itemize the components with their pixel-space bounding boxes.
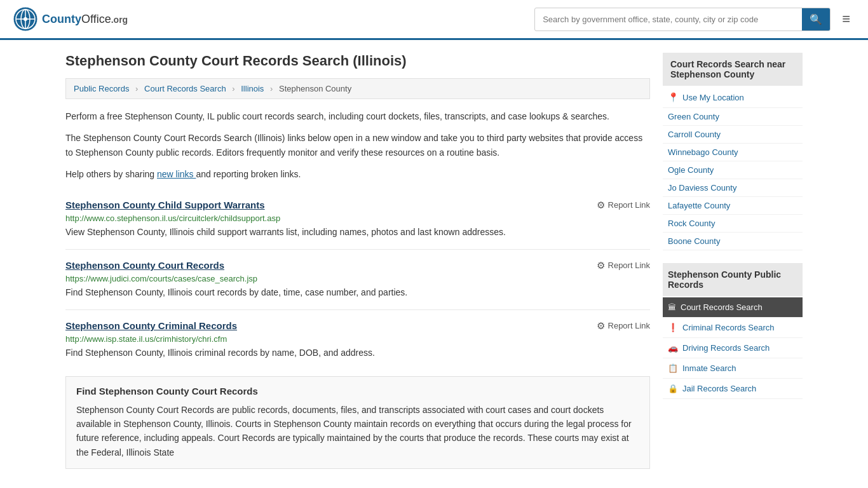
header-right: 🔍 ≡	[534, 8, 855, 31]
report-label: Report Link	[608, 261, 650, 270]
list-item: Lafayette County	[663, 197, 803, 215]
list-item: Green County	[663, 108, 803, 126]
find-section-title: Find Stephenson County Court Records	[76, 386, 639, 396]
list-item: Winnebago County	[663, 144, 803, 161]
report-label: Report Link	[608, 200, 650, 210]
court-icon: 🏛	[668, 302, 676, 312]
results-list: Stephenson County Child Support Warrants…	[65, 189, 650, 370]
breadcrumb-sep-1: ›	[135, 84, 138, 93]
nearby-county-list: Green County Carroll County Winnebago Co…	[663, 108, 803, 250]
county-link[interactable]: Boone County	[668, 236, 720, 246]
result-desc: Find Stephenson County, Illinois crimina…	[65, 346, 650, 360]
report-link-button[interactable]: ⚙ Report Link	[597, 320, 650, 332]
find-section-text: Stephenson County Court Records are publ…	[76, 403, 639, 460]
breadcrumb-current: Stephenson County	[279, 84, 351, 93]
public-records-section: Stephenson County Public Records 🏛 Court…	[663, 263, 803, 399]
logo-text: CountyOffice.org	[42, 13, 128, 26]
breadcrumb: Public Records › Court Records Search › …	[65, 78, 650, 99]
jail-records-label: Jail Records Search	[682, 384, 756, 393]
result-desc: Find Stephenson County, Illinois court r…	[65, 286, 650, 299]
list-item: Boone County	[663, 233, 803, 250]
location-pin-icon: 📍	[668, 92, 679, 102]
breadcrumb-court-records[interactable]: Court Records Search	[144, 84, 226, 93]
county-link[interactable]: Carroll County	[668, 130, 721, 139]
jail-icon: 🔒	[668, 384, 678, 393]
description-para-3-end: and reporting broken links.	[196, 169, 301, 179]
criminal-records-label: Criminal Records Search	[682, 323, 775, 332]
public-records-list: 🏛 Court Records Search ❗ Criminal Record…	[663, 297, 803, 399]
list-item: Ogle County	[663, 161, 803, 179]
report-icon: ⚙	[597, 200, 605, 211]
description-para-2: The Stephenson County Court Records Sear…	[65, 131, 650, 159]
list-item: Rock County	[663, 215, 803, 233]
inmate-search-label: Inmate Search	[682, 363, 736, 373]
list-item: 🚗 Driving Records Search	[663, 338, 803, 358]
sidebar: Court Records Search near Stephenson Cou…	[663, 53, 803, 469]
county-link[interactable]: Ogle County	[668, 165, 714, 175]
result-header: Stephenson County Child Support Warrants…	[65, 200, 650, 211]
court-records-link[interactable]: 🏛 Court Records Search	[663, 297, 803, 317]
list-item: 🏛 Court Records Search	[663, 297, 803, 318]
list-item: Jo Daviess County	[663, 179, 803, 197]
description-para-3-start: Help others by sharing	[65, 169, 154, 179]
use-location-link[interactable]: Use My Location	[682, 93, 744, 102]
new-links-link[interactable]: new links	[157, 169, 196, 179]
breadcrumb-public-records[interactable]: Public Records	[74, 84, 129, 93]
result-url[interactable]: http://www.isp.state.il.us/crimhistory/c…	[65, 334, 650, 344]
result-header: Stephenson County Court Records ⚙ Report…	[65, 260, 650, 271]
find-section: Find Stephenson County Court Records Ste…	[65, 376, 650, 470]
list-item: 🔒 Jail Records Search	[663, 379, 803, 399]
court-records-label: Court Records Search	[681, 302, 763, 312]
result-item: Stephenson County Criminal Records ⚙ Rep…	[65, 310, 650, 370]
site-header: CountyOffice.org 🔍 ≡	[0, 0, 868, 40]
jail-records-link[interactable]: 🔒 Jail Records Search	[663, 379, 803, 398]
result-title[interactable]: Stephenson County Child Support Warrants	[65, 200, 265, 210]
logo-icon	[13, 6, 38, 32]
county-link[interactable]: Rock County	[668, 219, 715, 228]
breadcrumb-illinois[interactable]: Illinois	[241, 84, 264, 93]
list-item: ❗ Criminal Records Search	[663, 318, 803, 338]
report-icon: ⚙	[597, 320, 605, 332]
description-section: Perform a free Stephenson County, IL pub…	[65, 109, 650, 182]
criminal-icon: ❗	[668, 323, 678, 332]
driving-icon: 🚗	[668, 343, 678, 353]
county-link[interactable]: Lafayette County	[668, 201, 730, 210]
list-item: 📋 Inmate Search	[663, 358, 803, 379]
driving-records-link[interactable]: 🚗 Driving Records Search	[663, 338, 803, 358]
report-link-button[interactable]: ⚙ Report Link	[597, 200, 650, 211]
list-item: Carroll County	[663, 126, 803, 144]
public-records-title: Stephenson County Public Records	[663, 263, 803, 296]
result-item: Stephenson County Court Records ⚙ Report…	[65, 250, 650, 310]
content-area: Stephenson County Court Records Search (…	[65, 53, 650, 469]
result-desc: View Stephenson County, Illinois child s…	[65, 226, 650, 239]
search-button[interactable]: 🔍	[802, 8, 830, 30]
result-title[interactable]: Stephenson County Criminal Records	[65, 320, 237, 331]
criminal-records-link[interactable]: ❗ Criminal Records Search	[663, 318, 803, 337]
search-bar: 🔍	[534, 8, 831, 31]
page-title: Stephenson County Court Records Search (…	[65, 53, 650, 69]
report-icon: ⚙	[597, 260, 605, 271]
report-label: Report Link	[608, 321, 650, 330]
nearby-section: Court Records Search near Stephenson Cou…	[663, 53, 803, 250]
hamburger-menu-button[interactable]: ≡	[837, 8, 855, 30]
driving-records-label: Driving Records Search	[682, 343, 770, 353]
svg-point-5	[24, 17, 27, 21]
result-url[interactable]: https://www.judici.com/courts/cases/case…	[65, 274, 650, 283]
use-location[interactable]: 📍 Use My Location	[663, 87, 803, 108]
county-link[interactable]: Winnebago County	[668, 147, 738, 157]
breadcrumb-sep-2: ›	[232, 84, 234, 93]
result-url[interactable]: http://www.co.stephenson.il.us/circuitcl…	[65, 214, 650, 223]
breadcrumb-sep-3: ›	[270, 84, 273, 93]
inmate-icon: 📋	[668, 363, 678, 373]
result-header: Stephenson County Criminal Records ⚙ Rep…	[65, 320, 650, 332]
result-item: Stephenson County Child Support Warrants…	[65, 189, 650, 250]
description-para-3: Help others by sharing new links and rep…	[65, 167, 650, 181]
main-container: Stephenson County Court Records Search (…	[53, 40, 815, 482]
logo-area: CountyOffice.org	[13, 6, 128, 32]
report-link-button[interactable]: ⚙ Report Link	[597, 260, 650, 271]
search-input[interactable]	[535, 10, 802, 29]
county-link[interactable]: Jo Daviess County	[668, 183, 736, 193]
county-link[interactable]: Green County	[668, 112, 719, 121]
inmate-search-link[interactable]: 📋 Inmate Search	[663, 358, 803, 378]
result-title[interactable]: Stephenson County Court Records	[65, 260, 224, 271]
